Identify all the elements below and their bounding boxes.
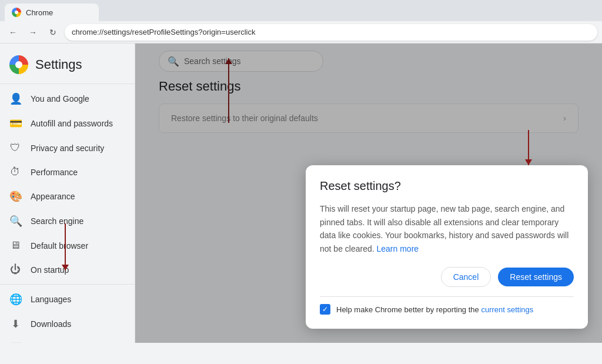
accessibility-icon: ♿ [9, 342, 21, 343]
sidebar-item-performance[interactable]: ⏱ Performance [0, 160, 130, 184]
dialog-actions: Cancel Reset settings [320, 267, 574, 287]
main-layout: Settings 👤 You and Google 💳 Autofill and… [0, 44, 602, 343]
sidebar-label-languages: Languages [31, 295, 71, 304]
dialog-title: Reset settings? [320, 179, 574, 193]
sidebar-item-downloads[interactable]: ⬇ Downloads [0, 312, 130, 336]
settings-title: Settings [35, 57, 82, 72]
sidebar-label-autofill: Autofill and passwords [31, 119, 113, 128]
tab-bar: Chrome [0, 0, 602, 21]
content-area: 🔍 Search settings Reset settings Restore… [135, 44, 602, 343]
downloads-icon: ⬇ [9, 318, 21, 330]
modal-overlay: Reset settings? This will reset your sta… [135, 44, 602, 343]
reload-button[interactable]: ↻ [45, 24, 61, 41]
sidebar-label-privacy: Privacy and security [31, 143, 104, 153]
sidebar-item-privacy[interactable]: 🛡 Privacy and security [0, 136, 130, 160]
sidebar-item-accessibility[interactable]: ♿ Accessibility [0, 336, 130, 343]
reset-settings-dialog: Reset settings? This will reset your sta… [306, 165, 588, 329]
languages-icon: 🌐 [9, 293, 21, 306]
startup-icon: ⏻ [9, 263, 21, 276]
sidebar-annotation-arrow [65, 223, 66, 271]
sidebar-item-languages[interactable]: 🌐 Languages [0, 287, 130, 312]
sidebar-label-performance: Performance [31, 168, 78, 177]
checkbox-label: Help make Chrome better by reporting the… [336, 305, 533, 314]
shield-icon: 🛡 [9, 142, 21, 154]
sidebar-divider-2 [0, 284, 135, 285]
sidebar-label-default-browser: Default browser [31, 241, 88, 251]
dialog-checkbox-row: Help make Chrome better by reporting the… [320, 296, 574, 315]
default-browser-icon: 🖥 [9, 239, 21, 252]
sidebar-label-downloads: Downloads [31, 319, 71, 329]
autofill-icon: 💳 [9, 117, 21, 130]
sidebar-label-appearance: Appearance [31, 192, 75, 201]
sidebar-item-you-and-google[interactable]: 👤 You and Google [0, 86, 130, 111]
forward-button[interactable]: → [25, 24, 41, 41]
sidebar-item-autofill[interactable]: 💳 Autofill and passwords [0, 111, 130, 136]
tab-title: Chrome [26, 8, 53, 17]
settings-header: Settings [0, 48, 135, 81]
sidebar-label-you-and-google: You and Google [31, 94, 89, 103]
cancel-button[interactable]: Cancel [441, 267, 491, 287]
address-bar-row: ← → ↻ [0, 21, 602, 44]
person-icon: 👤 [9, 92, 21, 105]
dialog-body: This will reset your startup page, new t… [320, 202, 574, 255]
back-button[interactable]: ← [5, 24, 21, 41]
sidebar-item-appearance[interactable]: 🎨 Appearance [0, 184, 130, 209]
learn-more-link[interactable]: Learn more [377, 244, 419, 253]
dialog-annotation-arrow [528, 130, 529, 165]
sidebar-divider [0, 84, 135, 84]
search-engine-icon: 🔍 [9, 215, 21, 228]
active-tab[interactable]: Chrome [5, 4, 99, 21]
tab-favicon [12, 8, 21, 17]
sidebar: Settings 👤 You and Google 💳 Autofill and… [0, 44, 135, 343]
address-input[interactable] [65, 24, 597, 41]
help-improve-checkbox[interactable] [320, 304, 330, 315]
sidebar-label-search-engine: Search engine [31, 216, 83, 226]
appearance-icon: 🎨 [9, 190, 21, 203]
reset-settings-button[interactable]: Reset settings [498, 268, 574, 286]
performance-icon: ⏱ [9, 166, 21, 178]
settings-logo [9, 55, 28, 74]
current-settings-link[interactable]: current settings [481, 305, 533, 314]
